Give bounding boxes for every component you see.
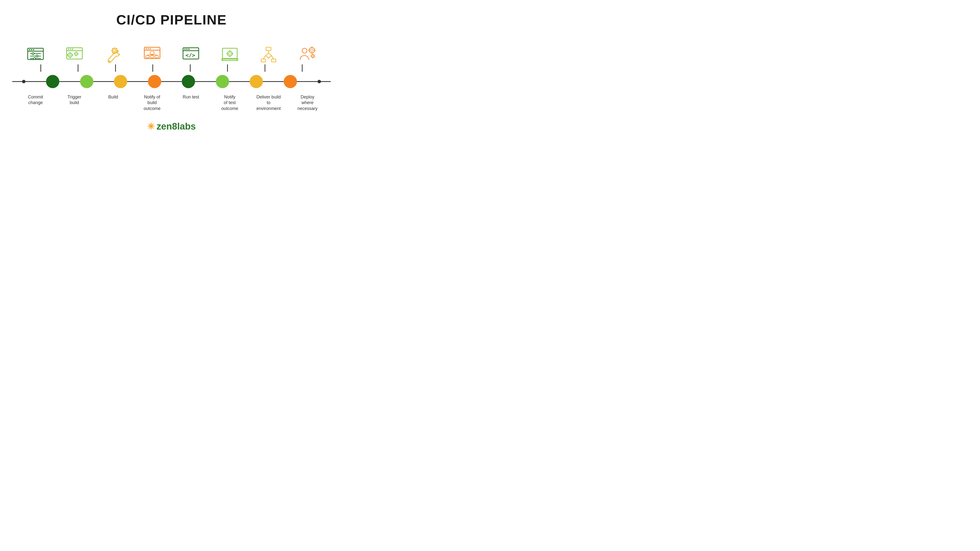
svg-rect-47 [155, 56, 159, 58]
svg-point-2 [29, 49, 30, 51]
svg-rect-87 [312, 54, 313, 55]
svg-rect-33 [117, 50, 118, 51]
label-deliver: Deliver build to environment [255, 94, 282, 111]
svg-point-56 [186, 49, 188, 50]
svg-point-79 [309, 48, 315, 53]
svg-point-10 [33, 57, 35, 59]
svg-rect-72 [261, 59, 266, 62]
svg-point-85 [311, 54, 315, 58]
icon-notify-build [139, 45, 165, 64]
svg-point-8 [36, 55, 38, 57]
icon-commit [22, 45, 49, 64]
svg-point-16 [68, 53, 72, 57]
node-commit [46, 75, 59, 88]
svg-rect-37 [116, 52, 118, 53]
label-notify-build: Notify of build outcome [139, 94, 165, 111]
svg-marker-71 [266, 53, 272, 58]
svg-rect-31 [114, 48, 115, 49]
svg-point-57 [188, 49, 189, 50]
svg-rect-89 [314, 56, 315, 57]
svg-rect-45 [146, 56, 149, 58]
svg-rect-35 [116, 48, 118, 49]
svg-rect-83 [314, 50, 315, 51]
pipeline-diagram: </> [0, 38, 343, 111]
svg-point-15 [72, 49, 73, 50]
svg-rect-59 [223, 48, 237, 59]
svg-point-43 [150, 48, 151, 49]
svg-rect-18 [70, 52, 70, 53]
brand-name: zen8labs [157, 121, 196, 132]
svg-point-55 [185, 49, 186, 50]
svg-point-78 [302, 48, 307, 53]
svg-rect-27 [74, 54, 75, 54]
svg-point-64 [228, 51, 232, 56]
svg-rect-90 [311, 56, 312, 57]
svg-point-22 [75, 52, 78, 56]
svg-rect-34 [111, 50, 113, 51]
svg-line-77 [272, 56, 274, 59]
svg-point-80 [311, 49, 313, 51]
svg-rect-73 [272, 59, 276, 62]
svg-rect-66 [229, 51, 230, 52]
svg-point-42 [148, 48, 149, 49]
label-commit: Commit change [22, 94, 49, 111]
svg-point-28 [109, 60, 110, 62]
svg-rect-88 [312, 57, 313, 58]
svg-rect-38 [112, 52, 114, 53]
svg-point-4 [33, 49, 34, 51]
labels-row: Commit change Trigger build Build Notify… [12, 94, 331, 111]
svg-rect-32 [114, 52, 115, 54]
svg-rect-82 [311, 52, 312, 54]
node-build [114, 75, 127, 88]
svg-rect-81 [311, 47, 312, 48]
label-trigger: Trigger build [61, 94, 88, 111]
svg-point-6 [32, 52, 34, 55]
connector-lines-top [12, 64, 331, 72]
node-notify-build [148, 75, 161, 88]
svg-rect-69 [227, 53, 228, 54]
svg-rect-68 [232, 53, 233, 54]
svg-rect-24 [76, 52, 76, 52]
svg-rect-21 [67, 55, 68, 56]
icon-deliver [255, 45, 282, 64]
svg-rect-84 [309, 50, 310, 51]
icons-row: </> [12, 38, 331, 64]
label-run-test: Run test [177, 94, 204, 111]
timeline-end-dot [318, 80, 321, 83]
svg-point-65 [229, 52, 231, 55]
svg-point-30 [113, 49, 116, 52]
label-notify-test: Notify of test outcome [216, 94, 243, 111]
svg-rect-67 [229, 56, 230, 57]
svg-rect-26 [78, 54, 78, 54]
svg-point-41 [146, 48, 147, 49]
node-trigger [80, 75, 93, 88]
label-build: Build [100, 94, 127, 111]
node-deploy [284, 75, 297, 88]
svg-point-23 [75, 53, 77, 55]
svg-point-86 [312, 56, 313, 57]
timeline-row [12, 72, 331, 91]
icon-trigger [61, 45, 88, 64]
icon-run-test: </> [177, 45, 204, 64]
svg-rect-25 [76, 55, 76, 56]
svg-point-17 [69, 54, 71, 56]
node-run-test [182, 75, 195, 88]
timeline-start-dot [22, 80, 25, 83]
svg-text:</>: </> [186, 52, 195, 58]
svg-point-14 [70, 49, 71, 50]
node-deliver [250, 75, 263, 88]
label-deploy: Deploy where necessary [294, 94, 321, 111]
svg-point-3 [31, 49, 32, 51]
svg-rect-70 [266, 47, 271, 51]
brand-asterisk-icon: ✳ [147, 121, 154, 132]
icon-build [100, 45, 127, 64]
icon-notify-test [216, 45, 243, 64]
svg-rect-44 [150, 52, 154, 54]
icon-deploy [294, 45, 321, 64]
nodes-container [22, 75, 321, 88]
svg-line-76 [263, 56, 266, 59]
brand-footer: ✳ zen8labs [147, 121, 196, 132]
svg-rect-36 [112, 48, 114, 49]
svg-rect-19 [70, 57, 70, 58]
svg-rect-20 [72, 55, 73, 56]
